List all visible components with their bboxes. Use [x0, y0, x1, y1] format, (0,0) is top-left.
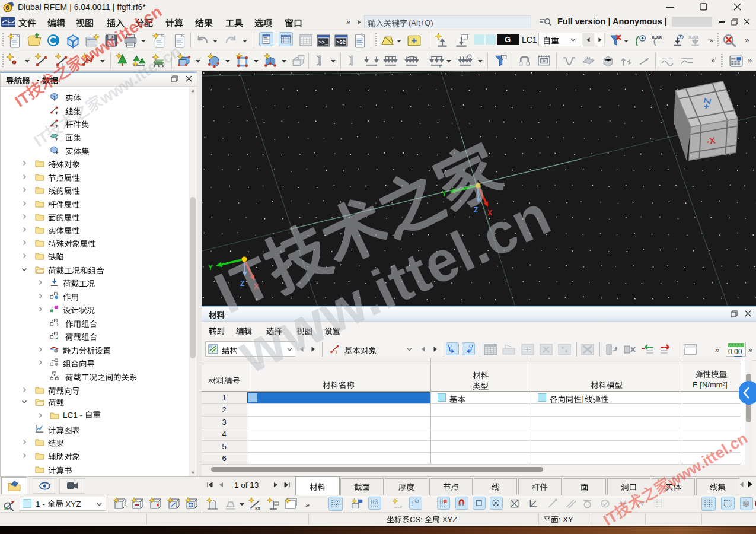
svg-text:x,xx: x,xx — [652, 34, 662, 40]
svg-text:Y: Y — [208, 263, 213, 272]
svg-text:I: I — [62, 62, 63, 68]
svg-text:X: X — [487, 209, 492, 217]
svg-text:x.xx: x.xx — [688, 34, 698, 40]
svg-text:>>_: >>_ — [318, 40, 328, 46]
svg-text:I: I — [439, 63, 441, 68]
svg-text:Z: Z — [240, 279, 244, 288]
svg-text:6: 6 — [6, 4, 9, 11]
svg-text:X: X — [254, 282, 259, 291]
svg-text:xx: xx — [255, 506, 260, 511]
svg-text:I: I — [336, 350, 337, 354]
svg-text:>SC: >SC — [336, 40, 346, 46]
svg-text:-X: -X — [706, 135, 716, 147]
svg-text:Z: Z — [474, 206, 478, 214]
svg-text:Y: Y — [442, 190, 446, 198]
